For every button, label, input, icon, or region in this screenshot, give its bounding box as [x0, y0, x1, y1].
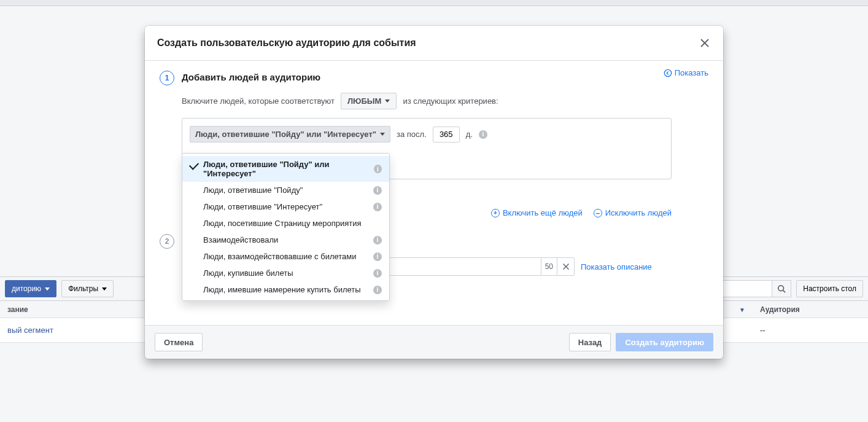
rule-row: Люди, ответившие "Пойду" или "Интересует…	[190, 126, 664, 143]
days-input[interactable]	[433, 127, 460, 143]
close-button[interactable]	[699, 37, 711, 49]
step-1: 1 Добавить людей в аудиторию	[160, 71, 708, 85]
dropdown-option[interactable]: Люди, имевшие намерение купить билетыi	[182, 281, 389, 298]
modal-header: Создать пользовательскую аудиторию для с…	[145, 26, 723, 61]
event-response-dropdown[interactable]: Люди, ответившие "Пойду" или "Интересует…	[190, 126, 390, 143]
modal-footer: Отмена Назад Создать аудиторию	[145, 325, 723, 359]
chevron-down-icon	[385, 100, 390, 103]
dropdown-option[interactable]: Люди, взаимодействовавшие с билетамиi	[182, 248, 389, 265]
days-suffix: д.	[466, 130, 473, 139]
dropdown-option[interactable]: Люди, посетившие Страницу мероприятия	[182, 215, 389, 232]
info-icon[interactable]: i	[373, 252, 382, 261]
info-icon[interactable]: i	[373, 269, 382, 278]
criteria-line: Включите людей, которые соответствуют ЛЮ…	[182, 93, 708, 109]
modal-body: Показать 1 Добавить людей в аудиторию Вк…	[145, 61, 723, 325]
plus-circle-icon: +	[491, 209, 500, 217]
event-response-label: Люди, ответившие "Пойду" или "Интересует…	[195, 130, 376, 139]
info-icon[interactable]: i	[373, 203, 382, 211]
exclude-label: Исключить людей	[605, 208, 672, 217]
footer-right: Назад Создать аудиторию	[569, 333, 713, 351]
dropdown-option-label: Люди, посетившие Страницу мероприятия	[203, 219, 362, 228]
create-audience-modal: Создать пользовательскую аудиторию для с…	[145, 26, 723, 359]
criteria-prefix: Включите людей, которые соответствуют	[182, 96, 335, 106]
dropdown-option[interactable]: Люди, ответившие "Пойду"i	[182, 182, 389, 198]
dropdown-option[interactable]: Люди, ответившие "Пойду" или "Интересует…	[182, 156, 389, 182]
info-icon[interactable]: i	[373, 186, 382, 195]
back-button[interactable]: Назад	[569, 333, 611, 351]
info-icon[interactable]: i	[373, 286, 382, 294]
close-icon	[562, 263, 570, 270]
last-prefix: за посл.	[397, 130, 427, 139]
info-icon[interactable]: i	[373, 236, 382, 244]
step-1-title: Добавить людей в аудиторию	[182, 71, 320, 82]
modal-overlay: Создать пользовательскую аудиторию для с…	[0, 0, 868, 422]
match-mode-label: ЛЮБЫМ	[347, 96, 381, 106]
step-1-badge: 1	[160, 71, 174, 85]
chevron-down-icon	[380, 133, 385, 136]
dropdown-option[interactable]: Взаимодействовалиi	[182, 232, 389, 248]
char-count: 50	[541, 258, 557, 275]
dropdown-option[interactable]: Люди, купившие билетыi	[182, 265, 389, 281]
minus-circle-icon: –	[594, 209, 602, 217]
dropdown-option-label: Люди, ответившие "Пойду"	[203, 186, 303, 195]
show-link[interactable]: Показать	[664, 68, 708, 77]
dropdown-option-label: Взаимодействовали	[203, 235, 278, 244]
modal-title: Создать пользовательскую аудиторию для с…	[157, 37, 416, 49]
criteria-suffix: из следующих критериев:	[403, 96, 498, 106]
show-description-link[interactable]: Показать описание	[581, 262, 652, 272]
dropdown-option-label: Люди, ответившие "Пойду" или "Интересует…	[203, 160, 374, 178]
include-more-link[interactable]: + Включить ещё людей	[491, 208, 583, 217]
match-mode-dropdown[interactable]: ЛЮБЫМ	[341, 93, 397, 109]
create-audience-submit-button[interactable]: Создать аудиторию	[616, 333, 713, 351]
dropdown-option[interactable]: Люди, ответившие "Интересует"i	[182, 198, 389, 215]
include-more-label: Включить ещё людей	[503, 208, 583, 217]
info-icon[interactable]: i	[374, 165, 382, 173]
dropdown-option-label: Люди, взаимодействовавшие с билетами	[203, 252, 357, 261]
dropdown-option-label: Люди, купившие билеты	[203, 268, 293, 278]
dropdown-option-label: Люди, ответившие "Интересует"	[203, 202, 322, 211]
show-link-label: Показать	[675, 68, 708, 77]
event-response-dropdown-panel: Люди, ответившие "Пойду" или "Интересует…	[182, 153, 390, 301]
step-2-badge: 2	[160, 234, 174, 249]
close-icon	[700, 38, 710, 48]
exclude-link[interactable]: – Исключить людей	[594, 208, 672, 217]
info-icon[interactable]: i	[479, 130, 487, 139]
dropdown-option-label: Люди, имевшие намерение купить билеты	[203, 285, 361, 294]
clear-name-button[interactable]	[557, 258, 574, 275]
chevron-left-circle-icon	[664, 69, 672, 77]
cancel-button[interactable]: Отмена	[155, 333, 203, 351]
svg-point-4	[664, 69, 671, 76]
